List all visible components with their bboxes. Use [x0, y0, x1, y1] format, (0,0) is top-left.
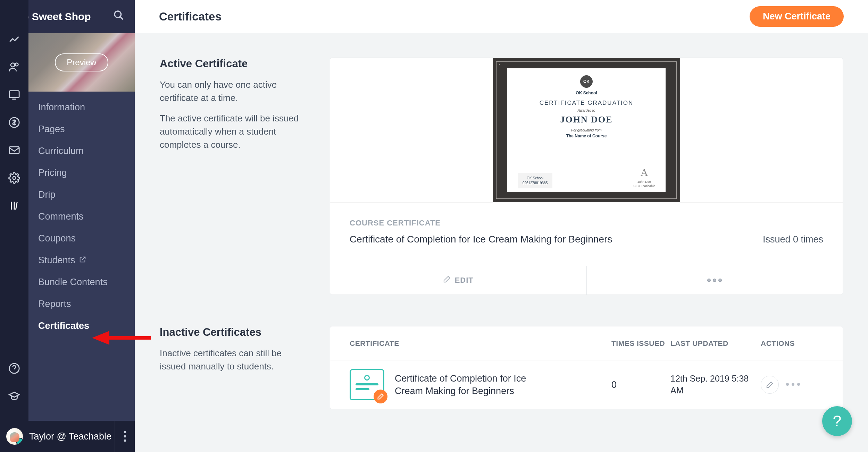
certificate-actions: EDIT [330, 266, 843, 295]
nav-courses-icon[interactable] [8, 200, 20, 213]
external-link-icon [79, 255, 86, 266]
row-edit-button[interactable] [761, 376, 779, 394]
certificate-meta: COURSE CERTIFICATE Certificate of Comple… [330, 202, 843, 266]
subnav-item-information[interactable]: Information [28, 96, 135, 118]
active-heading: Active Certificate [160, 58, 309, 70]
active-certificate-card: OK OK School CERTIFICATE GRADUATION Awar… [330, 58, 843, 295]
col-times-issued: TIMES ISSUED [611, 339, 670, 348]
cert-headline: CERTIFICATE GRADUATION [540, 100, 634, 106]
subnav-item-pricing[interactable]: Pricing [28, 162, 135, 184]
svg-rect-4 [9, 91, 19, 98]
active-p2: The active certificate will be issued au… [160, 112, 309, 151]
col-last-updated: LAST UPDATED [670, 339, 761, 348]
preview-button[interactable]: Preview [55, 53, 108, 71]
svg-line-1 [120, 17, 123, 19]
course-subnav: Preview Information Pages Curriculum Pri… [28, 33, 135, 421]
table-header-row: CERTIFICATE TIMES ISSUED LAST UPDATED AC… [330, 326, 843, 360]
svg-point-16 [124, 440, 126, 442]
nav-users-icon[interactable] [8, 61, 20, 74]
subnav-item-bundle-contents[interactable]: Bundle Contents [28, 271, 135, 293]
certificate-title: Certificate of Completion for Ice Cream … [350, 234, 612, 245]
inactive-heading: Inactive Certificates [160, 326, 309, 339]
subnav-item-comments[interactable]: Comments [28, 206, 135, 228]
active-p1: You can only have one active certificate… [160, 78, 309, 104]
subnav-item-students[interactable]: Students [28, 249, 135, 271]
nav-analytics-icon[interactable] [8, 33, 20, 46]
edit-badge-icon [374, 390, 387, 403]
help-fab-button[interactable]: ? [822, 406, 852, 436]
cert-logo: OK [580, 75, 593, 88]
svg-point-22 [797, 383, 800, 386]
row-title: Certificate of Completion for Ice Cream … [395, 372, 551, 398]
svg-point-17 [708, 279, 710, 282]
cert-course-name: The Name of Course [566, 134, 607, 138]
pencil-icon [443, 275, 451, 285]
svg-line-11 [16, 202, 17, 210]
nav-emails-icon[interactable] [8, 144, 20, 157]
cert-signature: A John Doe CEO Teachable [633, 165, 655, 188]
svg-rect-7 [9, 147, 19, 154]
active-certificate-section: Active Certificate You can only have one… [160, 58, 843, 295]
inactive-certificates-section: Inactive Certificates Inactive certifica… [160, 326, 843, 409]
search-icon[interactable] [113, 10, 124, 23]
col-certificate: CERTIFICATE [350, 339, 611, 348]
user-footer: Taylor @ Teachable [0, 421, 135, 452]
certificate-more-button[interactable] [587, 266, 843, 295]
col-actions: ACTIONS [761, 339, 823, 348]
table-row: Certificate of Completion for Ice Cream … [330, 360, 843, 409]
user-display-name[interactable]: Taylor @ Teachable [29, 431, 115, 442]
certificate-thumbnail-icon [350, 369, 384, 400]
cert-for: For graduating from [571, 128, 602, 132]
course-hero-image: Preview [28, 33, 135, 92]
svg-point-14 [124, 431, 126, 434]
svg-point-8 [13, 177, 16, 180]
edit-certificate-button[interactable]: EDIT [330, 266, 587, 295]
nav-sales-icon[interactable] [8, 117, 20, 130]
new-certificate-button[interactable]: New Certificate [750, 6, 844, 27]
row-last-updated: 12th Sep. 2019 5:38 AM [670, 373, 761, 396]
row-more-button[interactable] [785, 382, 801, 388]
certificate-eyebrow: COURSE CERTIFICATE [350, 219, 823, 228]
certificate-preview: OK OK School CERTIFICATE GRADUATION Awar… [330, 58, 843, 202]
cert-awarded-to: Awarded to [578, 109, 595, 112]
row-times-issued: 0 [611, 379, 670, 390]
subnav-item-drip[interactable]: Drip [28, 184, 135, 206]
main-header: Certificates New Certificate [135, 0, 868, 33]
primary-nav-rail [0, 0, 28, 452]
cert-stamp: OK School 0261278819385 [518, 173, 552, 188]
cert-recipient: JOHN DOE [560, 114, 612, 125]
nav-teachable-icon[interactable] [8, 390, 20, 403]
inactive-certificates-table: CERTIFICATE TIMES ISSUED LAST UPDATED AC… [330, 326, 843, 409]
nav-settings-icon[interactable] [8, 172, 20, 185]
svg-point-15 [124, 435, 126, 438]
cert-school-name: OK School [576, 91, 597, 95]
page-title: Certificates [159, 10, 222, 23]
subnav-item-curriculum[interactable]: Curriculum [28, 140, 135, 162]
svg-point-0 [115, 11, 121, 18]
main-body: Active Certificate You can only have one… [135, 33, 868, 452]
svg-point-3 [15, 63, 18, 66]
svg-point-19 [719, 279, 721, 282]
svg-point-21 [792, 383, 794, 386]
svg-point-2 [11, 63, 15, 67]
subnav-item-certificates[interactable]: Certificates [28, 315, 135, 337]
subnav-item-pages[interactable]: Pages [28, 118, 135, 140]
subnav-item-reports[interactable]: Reports [28, 293, 135, 315]
inactive-p1: Inactive certificates can still be issue… [160, 347, 309, 373]
user-avatar[interactable] [6, 428, 23, 445]
svg-point-20 [786, 383, 789, 386]
main-area: Certificates New Certificate Active Cert… [135, 0, 868, 452]
nav-site-icon[interactable] [8, 89, 20, 102]
subnav-item-coupons[interactable]: Coupons [28, 228, 135, 249]
nav-help-icon[interactable] [8, 363, 20, 376]
certificate-issued-count: Issued 0 times [763, 234, 823, 245]
user-menu-button[interactable] [115, 421, 135, 452]
svg-point-18 [713, 279, 716, 282]
avatar-badge [16, 438, 23, 445]
